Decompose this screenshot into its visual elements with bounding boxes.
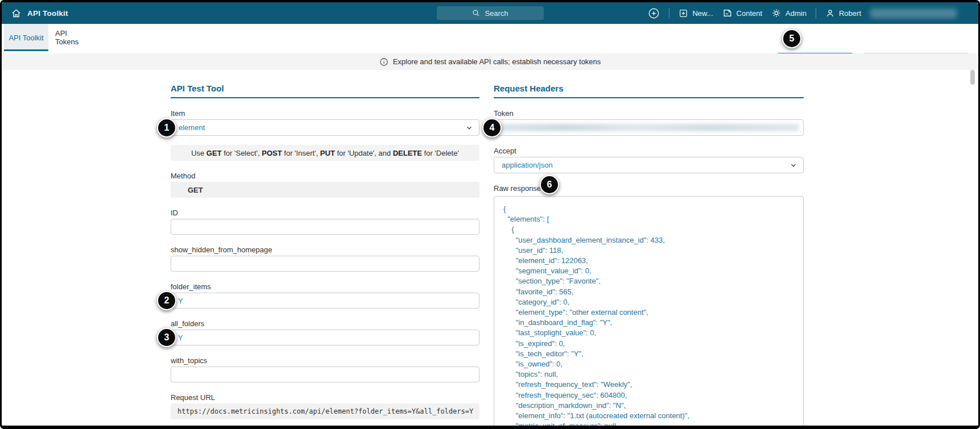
request-url-value: https://docs.metricinsights.com/api/elem…	[171, 403, 479, 419]
info-banner-text: Explore and test available API calls; es…	[393, 57, 601, 66]
redacted-token-value	[498, 124, 799, 131]
nav-new-label: New...	[692, 9, 713, 18]
folder-items-label: folder_items	[171, 282, 479, 291]
search-icon	[472, 9, 481, 18]
app-title: API Toolkit	[27, 9, 68, 18]
id-label: ID	[171, 209, 479, 218]
info-banner: Explore and test available API calls; es…	[2, 53, 978, 70]
step-badge-4: 4	[482, 118, 502, 138]
nav-item-admin[interactable]: Admin	[771, 8, 807, 18]
api-test-tool-heading: API Test Tool	[171, 84, 479, 98]
search-placeholder: Search	[485, 9, 508, 18]
search-input[interactable]: Search	[437, 6, 544, 20]
request-headers-heading: Request Headers	[494, 84, 804, 98]
home-icon[interactable]	[11, 8, 22, 19]
new-plus-icon	[679, 9, 688, 18]
step-badge-5: 5	[782, 29, 801, 48]
show-hidden-from-homepage-label: show_hidden_from_homepage	[171, 245, 479, 255]
tab-api-toolkit-label: API Toolkit	[9, 34, 43, 42]
raw-response-box[interactable]: { "elements": [ { "user_dashboard_elemen…	[494, 196, 804, 429]
step-badge-6: 6	[540, 175, 559, 194]
user-icon	[825, 9, 835, 18]
nav-item-new[interactable]: New...	[679, 9, 713, 18]
all-folders-input[interactable]	[171, 330, 479, 345]
show-hidden-from-homepage-input[interactable]	[171, 256, 479, 272]
request-headers-panel: Request Headers Token Accept application…	[494, 84, 804, 429]
with-topics-input[interactable]	[171, 366, 479, 382]
raw-response-json: { "elements": [ { "user_dashboard_elemen…	[494, 197, 803, 429]
step-badge-2: 2	[157, 291, 176, 310]
nav-item-user[interactable]: Robert	[825, 9, 861, 18]
content-file-icon	[722, 8, 733, 18]
item-label: Item	[171, 109, 479, 118]
nav-content-label: Content	[737, 9, 763, 18]
sparkle-circle-icon[interactable]	[648, 7, 660, 19]
method-value: GET	[171, 182, 479, 198]
chevron-down-icon	[465, 124, 473, 132]
with-topics-label: with_topics	[171, 356, 479, 365]
step-badge-1: 1	[157, 118, 176, 138]
method-help-text: Use GET for 'Select', POST for 'Insert',…	[171, 145, 479, 161]
tab-api-toolkit[interactable]: API Toolkit	[4, 24, 48, 51]
tab-api-tokens[interactable]: API Tokens	[55, 24, 89, 51]
item-select[interactable]: element	[171, 119, 479, 136]
gear-icon	[771, 8, 781, 18]
nav-item-content[interactable]: Content	[722, 8, 763, 18]
tab-api-tokens-label: API Tokens	[55, 29, 89, 46]
all-folders-label: all_folders	[171, 319, 479, 328]
nav-admin-label: Admin	[785, 9, 807, 18]
accept-select[interactable]: application/json	[494, 157, 804, 173]
item-select-value: element	[179, 123, 205, 132]
token-label: Token	[494, 109, 804, 118]
nav-divider	[669, 8, 669, 18]
request-url-label: Request URL	[171, 393, 479, 402]
app-window: API Toolkit Search	[0, 0, 980, 429]
api-test-tool-panel: API Test Tool Item element Use GET for '…	[171, 84, 479, 419]
step-badge-3: 3	[157, 328, 176, 347]
raw-response-label: Raw response	[494, 184, 541, 193]
nav-divider	[816, 8, 816, 18]
method-label: Method	[171, 172, 479, 181]
chevron-down-icon	[789, 161, 797, 169]
info-icon	[379, 57, 388, 66]
top-nav: API Toolkit Search	[2, 2, 978, 24]
token-input[interactable]	[494, 119, 804, 136]
nav-user-label: Robert	[839, 9, 861, 18]
folder-items-input[interactable]	[171, 293, 479, 309]
tab-bar: API Toolkit API Tokens Run Request	[2, 24, 978, 51]
redacted-username	[870, 9, 957, 18]
vertical-scrollbar[interactable]	[970, 70, 975, 85]
id-input[interactable]	[171, 219, 479, 235]
accept-label: Accept	[494, 147, 804, 156]
accept-select-value: application/json	[502, 161, 553, 169]
